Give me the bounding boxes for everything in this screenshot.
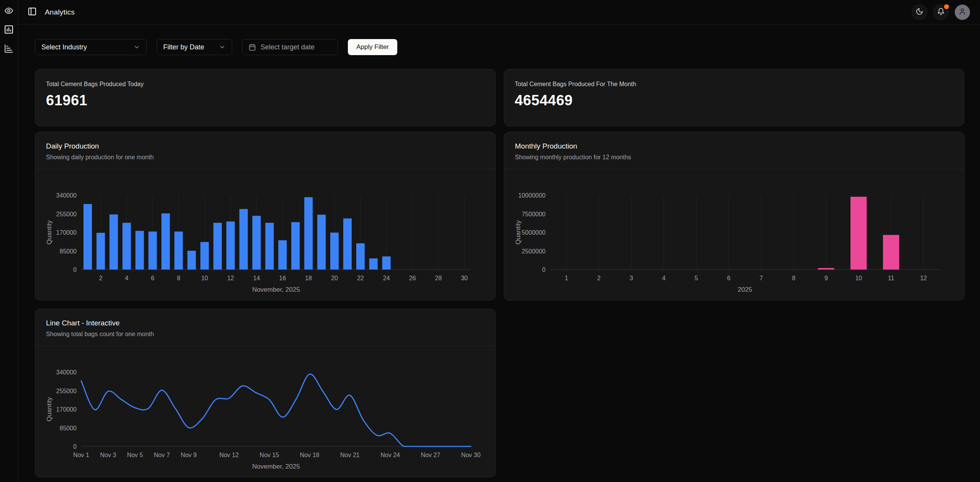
stat-label: Total Cement Bags Produced For The Month [515, 81, 954, 88]
svg-text:255000: 255000 [56, 211, 77, 217]
svg-text:Nov 30: Nov 30 [461, 452, 481, 458]
sidebar-toggle-button[interactable] [26, 7, 38, 18]
card-header: Monthly Production Showing monthly produ… [504, 132, 964, 169]
svg-text:255000: 255000 [56, 388, 77, 394]
svg-text:2: 2 [99, 275, 102, 281]
svg-text:Nov 1: Nov 1 [73, 452, 89, 458]
notification-badge [943, 3, 950, 10]
sidebar-item-daily-charts[interactable] [3, 25, 14, 35]
svg-text:Nov 12: Nov 12 [219, 452, 239, 458]
svg-text:Quantity: Quantity [515, 220, 522, 245]
daily-production-card: Daily Production Showing daily productio… [35, 132, 496, 301]
header: Analytics [18, 0, 980, 25]
svg-text:8: 8 [177, 275, 180, 281]
target-date-input[interactable]: Select target date [242, 39, 338, 55]
svg-text:10: 10 [201, 275, 208, 281]
card-subtitle: Showing monthly production for 12 months [515, 154, 954, 161]
svg-text:28: 28 [435, 275, 442, 281]
svg-text:85000: 85000 [60, 425, 77, 431]
svg-text:170000: 170000 [56, 406, 77, 413]
svg-text:16: 16 [279, 275, 286, 281]
svg-text:Nov 3: Nov 3 [100, 452, 116, 458]
app-root: Analytics [0, 0, 980, 482]
date-filter-select[interactable]: Filter by Date [157, 39, 232, 55]
card-title: Daily Production [46, 142, 485, 150]
charts-row-2: Line Chart - Interactive Showing total b… [35, 309, 964, 477]
svg-text:26: 26 [409, 275, 416, 281]
card-subtitle: Showing daily production for one month [46, 154, 485, 161]
chart-body: 025000005000000750000010000000Quantity12… [504, 169, 964, 300]
user-icon [959, 8, 966, 16]
line-chart-card: Line Chart - Interactive Showing total b… [35, 309, 496, 477]
svg-text:Nov 7: Nov 7 [154, 452, 170, 458]
moon-icon [916, 8, 923, 16]
monthly-production-card: Monthly Production Showing monthly produ… [504, 132, 965, 301]
svg-text:Nov 5: Nov 5 [127, 452, 143, 458]
apply-filter-button[interactable]: Apply Filter [348, 39, 397, 55]
calendar-icon [249, 44, 256, 51]
chart-body: 085000170000255000340000Quantity24681012… [35, 169, 495, 300]
svg-text:5000000: 5000000 [522, 229, 546, 236]
main-area: Analytics [18, 0, 980, 482]
user-menu-button[interactable] [955, 5, 970, 20]
eye-icon [3, 5, 14, 16]
svg-text:11: 11 [888, 275, 895, 281]
svg-text:0: 0 [73, 266, 77, 273]
chart-column-icon [4, 25, 14, 36]
header-actions [912, 5, 970, 20]
svg-text:22: 22 [357, 275, 364, 281]
card-title: Monthly Production [515, 142, 954, 150]
svg-text:November, 2025: November, 2025 [252, 286, 300, 293]
svg-text:6: 6 [151, 275, 154, 281]
stat-value: 61961 [46, 92, 485, 109]
page-title: Analytics [45, 8, 75, 16]
stat-label: Total Cement Bags Produced Today [46, 81, 485, 88]
industry-select-value: Select Industry [41, 43, 87, 51]
svg-text:Nov 21: Nov 21 [340, 452, 360, 458]
card-subtitle: Showing total bags count for one month [46, 331, 485, 338]
stat-card-today: Total Cement Bags Produced Today 61961 [35, 69, 496, 126]
chart-bar-icon [4, 44, 14, 55]
card-title: Line Chart - Interactive [46, 319, 485, 327]
svg-text:170000: 170000 [56, 229, 77, 236]
svg-text:Nov 9: Nov 9 [181, 452, 197, 458]
sidebar-item-reports[interactable] [3, 44, 14, 54]
svg-text:Quantity: Quantity [46, 397, 53, 422]
svg-text:4: 4 [662, 275, 665, 281]
svg-text:14: 14 [253, 275, 260, 281]
interactive-line-chart[interactable]: 085000170000255000340000QuantityNov 1Nov… [35, 357, 495, 472]
svg-text:12: 12 [920, 275, 927, 281]
svg-text:20: 20 [331, 275, 338, 281]
svg-text:1: 1 [565, 275, 568, 281]
svg-text:Nov 15: Nov 15 [260, 452, 279, 458]
svg-text:5: 5 [695, 275, 698, 281]
svg-text:0: 0 [73, 443, 77, 450]
svg-text:9: 9 [824, 275, 828, 281]
target-date-placeholder: Select target date [261, 43, 315, 51]
svg-text:Nov 24: Nov 24 [380, 452, 400, 458]
daily-production-chart[interactable]: 085000170000255000340000Quantity24681012… [35, 180, 495, 295]
theme-toggle-button[interactable] [912, 5, 927, 20]
svg-text:85000: 85000 [60, 248, 77, 255]
svg-text:November, 2025: November, 2025 [252, 463, 300, 470]
filter-bar: Select Industry Filter by Date Select t [35, 39, 964, 55]
svg-text:2025: 2025 [738, 286, 752, 293]
svg-text:2: 2 [597, 275, 601, 281]
svg-text:7500000: 7500000 [522, 211, 546, 217]
panel-left-icon [28, 7, 37, 17]
notifications-button[interactable] [933, 5, 949, 20]
chevron-down-icon [219, 44, 226, 51]
sidebar [0, 0, 18, 482]
monthly-production-chart[interactable]: 025000005000000750000010000000Quantity12… [504, 180, 964, 295]
svg-text:340000: 340000 [56, 369, 77, 376]
chevron-down-icon [133, 44, 140, 51]
svg-text:Quantity: Quantity [46, 220, 53, 245]
date-filter-select-value: Filter by Date [163, 43, 204, 51]
svg-text:2500000: 2500000 [522, 248, 546, 255]
svg-text:6: 6 [727, 275, 731, 281]
industry-select[interactable]: Select Industry [35, 39, 147, 55]
svg-text:24: 24 [383, 275, 390, 281]
svg-text:340000: 340000 [56, 192, 77, 199]
stats-row: Total Cement Bags Produced Today 61961 T… [35, 69, 964, 126]
svg-text:30: 30 [461, 275, 468, 281]
